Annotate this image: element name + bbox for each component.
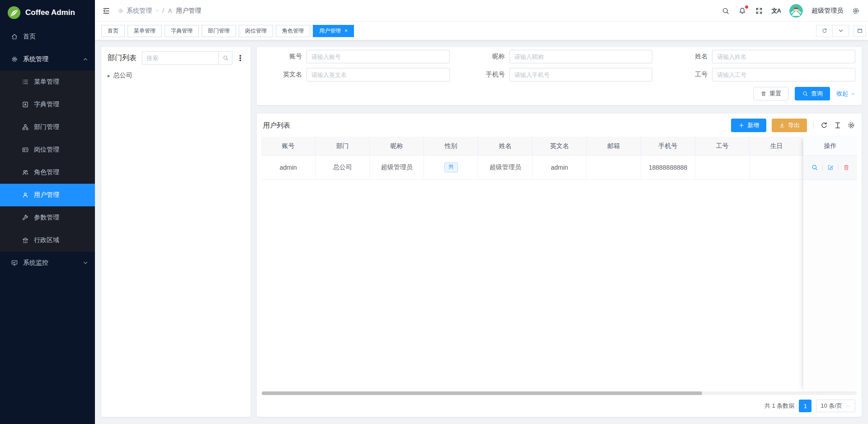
dept-more-icon[interactable]: ⋮ [236, 54, 244, 62]
username[interactable]: 超级管理员 [811, 7, 843, 15]
notification-bell-icon[interactable] [738, 7, 746, 15]
tab-close-icon[interactable]: × [344, 28, 348, 33]
tab-menu-mgmt[interactable]: 菜单管理 [127, 25, 162, 37]
tree-node-root[interactable]: ▸ 总公司 [108, 71, 244, 80]
cell-name: 超级管理员 [478, 156, 533, 179]
global-search-icon[interactable] [722, 7, 730, 15]
breadcrumb: 系统管理 / 用户管理 [118, 7, 201, 15]
row-actions [803, 156, 857, 180]
column-header[interactable]: 手机号 [641, 137, 695, 155]
dept-search-input[interactable] [142, 52, 218, 64]
main-area: 系统管理 / 用户管理 文A [95, 0, 868, 424]
edit-icon[interactable] [827, 164, 834, 171]
avatar[interactable] [789, 4, 803, 18]
tab-home[interactable]: 首页 [101, 25, 125, 37]
tab-dept-mgmt[interactable]: 部门管理 [202, 25, 236, 37]
filter-field-en-name: 英文名 [260, 68, 450, 81]
sidebar-item-menu-mgmt[interactable]: 菜单管理 [0, 71, 95, 93]
search-button[interactable]: 查询 [795, 87, 830, 100]
cell-job-no [695, 156, 750, 179]
collapse-filter-link[interactable]: 收起 [836, 90, 855, 98]
cell-nickname: 超级管理员 [370, 156, 424, 179]
export-button[interactable]: 导出 [772, 119, 807, 132]
dept-search-button[interactable] [218, 52, 232, 64]
tab-refresh-icon[interactable] [816, 25, 833, 37]
sidebar-item-admin-region[interactable]: 行政区域 [0, 229, 95, 252]
chevron-down-icon[interactable] [155, 8, 160, 13]
toolbar-divider [813, 122, 814, 129]
account-input[interactable] [307, 50, 450, 63]
dept-search [142, 51, 232, 65]
tab-dict-mgmt[interactable]: 字典管理 [165, 25, 199, 37]
name-input[interactable] [712, 50, 855, 63]
settings-gear-icon[interactable] [852, 7, 860, 15]
tab-role-mgmt[interactable]: 角色管理 [276, 25, 310, 37]
view-icon[interactable] [811, 164, 818, 171]
column-header[interactable]: 昵称 [370, 137, 424, 155]
cell-phone: 18888888888 [641, 156, 695, 179]
menu-fold-icon[interactable] [102, 7, 110, 15]
filter-field-name: 姓名 [666, 50, 855, 63]
reset-button[interactable]: 重置 [753, 87, 788, 100]
phone-input[interactable] [509, 68, 653, 81]
en-name-input[interactable] [307, 68, 450, 81]
sidebar-item-label: 首页 [23, 33, 36, 41]
search-icon [802, 91, 808, 97]
table-refresh-icon[interactable] [820, 121, 828, 129]
table-row[interactable]: admin 总公司 超级管理员 男 超级管理员 admin 1888888888… [261, 156, 803, 180]
sidebar-item-dict-mgmt[interactable]: 字典管理 [0, 93, 95, 116]
sidebar-item-system[interactable]: 系统管理 [0, 48, 95, 71]
column-header[interactable]: 姓名 [478, 137, 533, 155]
sidebar-item-user-mgmt[interactable]: 用户管理 [0, 184, 95, 206]
scrollbar-thumb[interactable] [262, 391, 702, 395]
id-card-icon [22, 146, 29, 153]
table-header-row: 账号 部门 昵称 性别 姓名 英文名 邮箱 手机号 工号 生日 [261, 137, 803, 156]
content-maximize-icon[interactable] [854, 25, 866, 37]
logo-leaf-icon [7, 6, 21, 19]
page-button-1[interactable]: 1 [799, 400, 811, 412]
column-header[interactable]: 邮箱 [587, 137, 641, 155]
tab-user-mgmt[interactable]: 用户管理 × [313, 25, 354, 37]
page-size-select[interactable]: 10 条/页 [816, 400, 855, 412]
column-header[interactable]: 工号 [695, 137, 750, 155]
app-root: Coffee Admin 首页 系统管理 菜单管理 字典管理 [0, 0, 868, 424]
column-settings-gear-icon[interactable] [847, 121, 855, 129]
sidebar-item-home[interactable]: 首页 [0, 25, 95, 48]
column-header[interactable]: 性别 [424, 137, 478, 155]
job-no-input[interactable] [712, 68, 855, 81]
nickname-input[interactable] [509, 50, 653, 63]
dept-panel: 部门列表 ⋮ ▸ 总公司 [101, 47, 250, 417]
pagination: 共 1 条数据 1 10 条/页 [261, 395, 857, 417]
column-header[interactable]: 部门 [316, 137, 370, 155]
filter-card: 账号 昵称 姓名 英文名 [257, 47, 862, 105]
column-header[interactable]: 英文名 [533, 137, 587, 155]
chevron-down-icon [846, 404, 851, 409]
tab-post-mgmt[interactable]: 岗位管理 [239, 25, 273, 37]
chevron-up-icon [82, 56, 89, 62]
sidebar-item-dept-mgmt[interactable]: 部门管理 [0, 116, 95, 138]
tree-caret-icon[interactable]: ▸ [108, 73, 110, 79]
chevron-up-icon [850, 91, 855, 96]
action-fixed-column: 操作 [803, 137, 857, 391]
sidebar-item-post-mgmt[interactable]: 岗位管理 [0, 138, 95, 161]
tabbar-tools [816, 25, 868, 37]
translate-icon[interactable]: 文A [772, 7, 781, 15]
download-icon [779, 122, 785, 129]
delete-icon[interactable] [843, 164, 850, 171]
row-height-icon[interactable] [834, 121, 842, 129]
gear-icon [118, 8, 124, 14]
gear-icon [11, 56, 18, 63]
sidebar-item-role-mgmt[interactable]: 角色管理 [0, 161, 95, 184]
column-header[interactable]: 账号 [261, 137, 316, 155]
cell-account: admin [261, 156, 316, 179]
tab-dropdown-icon[interactable] [832, 25, 849, 37]
sidebar-item-param-mgmt[interactable]: 参数管理 [0, 206, 95, 229]
chevron-down-icon [82, 260, 89, 266]
fullscreen-icon[interactable] [755, 7, 763, 15]
cell-birthday [750, 156, 803, 179]
monitor-icon [11, 259, 18, 267]
sidebar-item-monitor[interactable]: 系统监控 [0, 252, 95, 274]
breadcrumb-root[interactable]: 系统管理 [127, 7, 152, 15]
add-user-button[interactable]: 新增 [731, 119, 766, 132]
column-header[interactable]: 生日 [750, 137, 803, 155]
